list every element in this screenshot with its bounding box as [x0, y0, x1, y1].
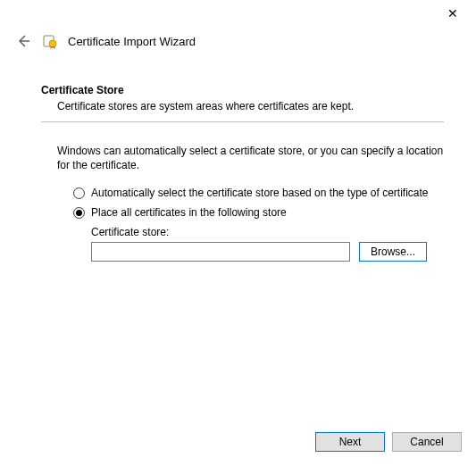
cancel-button[interactable]: Cancel — [392, 432, 462, 452]
divider — [41, 121, 444, 122]
wizard-title: Certificate Import Wizard — [68, 35, 196, 48]
close-icon: ✕ — [447, 6, 458, 21]
wizard-content: Certificate Store Certificate stores are… — [0, 54, 476, 262]
radio-place-store[interactable]: Place all certificates in the following … — [73, 206, 444, 219]
browse-button-label: Browse... — [371, 245, 415, 258]
back-button[interactable] — [14, 32, 32, 50]
radio-icon — [73, 207, 85, 219]
radio-group: Automatically select the certificate sto… — [73, 187, 444, 219]
certificate-store-label: Certificate store: — [91, 226, 444, 238]
next-button-label: Next — [339, 436, 362, 448]
svg-point-2 — [49, 40, 56, 47]
radio-icon — [73, 187, 85, 199]
back-arrow-icon — [15, 33, 31, 49]
wizard-header: Certificate Import Wizard — [0, 27, 476, 54]
description-text: Windows can automatically select a certi… — [57, 144, 444, 172]
certificate-store-input[interactable] — [91, 242, 350, 262]
browse-button[interactable]: Browse... — [359, 242, 427, 262]
cancel-button-label: Cancel — [410, 436, 443, 448]
section-subtitle: Certificate stores are system areas wher… — [57, 100, 444, 112]
radio-auto-label: Automatically select the certificate sto… — [91, 187, 429, 199]
titlebar: ✕ — [0, 0, 476, 27]
close-button[interactable]: ✕ — [435, 1, 471, 26]
certificate-store-section: Certificate store: Browse... — [91, 226, 444, 262]
radio-place-label: Place all certificates in the following … — [91, 206, 287, 219]
section-title: Certificate Store — [41, 84, 444, 96]
certificate-wizard-icon — [41, 32, 59, 50]
next-button[interactable]: Next — [315, 432, 385, 452]
wizard-footer: Next Cancel — [315, 432, 462, 452]
radio-auto-select[interactable]: Automatically select the certificate sto… — [73, 187, 444, 199]
